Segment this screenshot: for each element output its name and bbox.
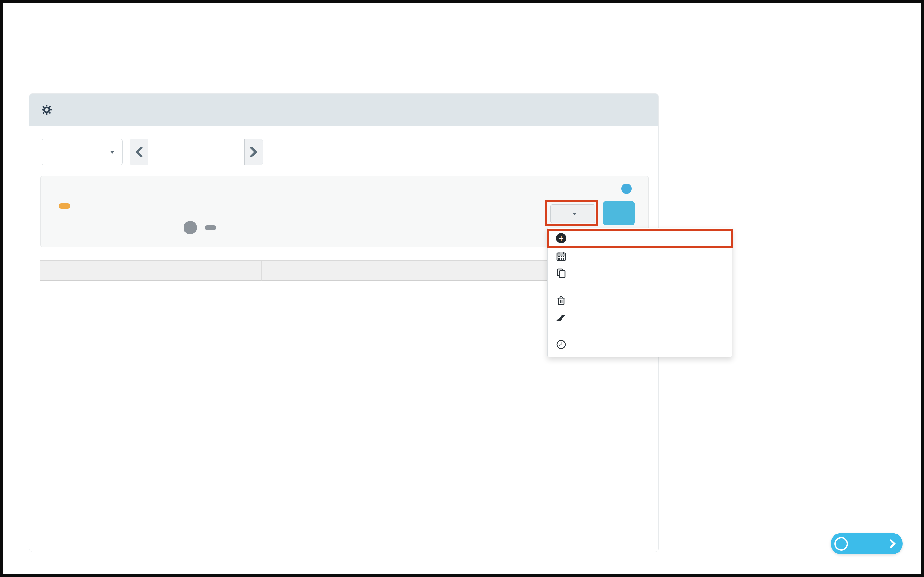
total-hours-badge <box>205 226 216 230</box>
header-divider <box>3 55 921 55</box>
previous-week-button[interactable] <box>130 139 148 165</box>
period-type-select[interactable] <box>42 139 123 165</box>
menu-item-add-standard-hours[interactable] <box>547 248 732 265</box>
actions-dropdown-menu: + <box>547 228 732 357</box>
trash-icon <box>556 295 566 306</box>
support-button[interactable] <box>831 533 903 554</box>
plus-circle-icon: + <box>556 233 566 243</box>
menu-divider <box>547 287 732 287</box>
gear-icon <box>42 105 52 115</box>
week-ending-date-input[interactable] <box>148 139 245 165</box>
calendar-icon <box>556 251 566 261</box>
menu-item-add-timesheet-line[interactable]: + <box>547 229 733 248</box>
question-circle-icon <box>621 184 632 194</box>
clock-icon <box>556 339 566 350</box>
chevron-right-icon <box>889 539 896 549</box>
menu-item-clear-timesheets[interactable] <box>547 292 732 309</box>
eraser-icon <box>556 312 566 322</box>
menu-item-revert-changes[interactable] <box>547 309 732 326</box>
column-header-end-time <box>262 261 312 281</box>
app-window: + <box>0 0 924 577</box>
save-button[interactable] <box>603 201 634 226</box>
panel-header <box>29 94 658 126</box>
chevron-down-icon <box>110 151 114 153</box>
copy-icon <box>556 268 566 278</box>
actions-dropdown-button[interactable] <box>550 205 595 223</box>
column-header-break-start <box>377 261 437 281</box>
column-header-work-type <box>105 261 210 281</box>
menu-item-enter-hours-mode[interactable] <box>547 336 732 353</box>
total-count-badge <box>184 221 197 234</box>
column-header-units <box>312 261 377 281</box>
column-header-date <box>40 261 105 281</box>
column-header-start-time <box>210 261 262 281</box>
caret-down-icon <box>572 213 577 215</box>
question-circle-icon <box>834 537 848 551</box>
next-week-button[interactable] <box>245 139 263 165</box>
column-header-break-end <box>437 261 488 281</box>
unsaved-status-badge <box>59 203 70 209</box>
tips-link[interactable] <box>621 184 635 194</box>
week-navigator <box>130 139 263 165</box>
menu-item-copy-timesheets[interactable] <box>547 265 732 281</box>
total-counts <box>184 221 216 234</box>
